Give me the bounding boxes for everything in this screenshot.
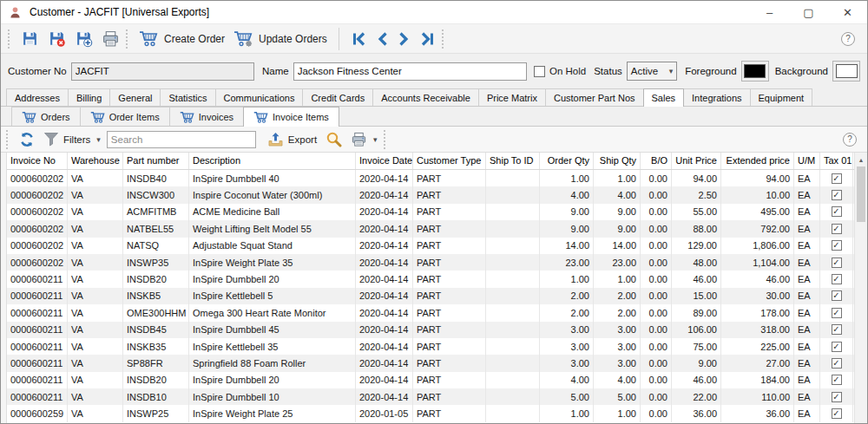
first-record-button[interactable]: [346, 29, 372, 49]
cell-order-qty: 1.00: [540, 405, 594, 421]
tab-equipment[interactable]: Equipment: [750, 88, 813, 106]
create-order-cart-icon: [139, 30, 160, 47]
table-row[interactable]: 0000600211VAINSKB5InSpire Kettlebell 520…: [7, 288, 854, 304]
cell-description: InSpire Kettlebell 5: [189, 288, 356, 304]
update-orders-button[interactable]: Update Orders: [229, 28, 332, 49]
table-row[interactable]: 0000600211VAINSDB20InSpire Dumbbell 2020…: [7, 271, 854, 287]
print-button[interactable]: [97, 27, 124, 50]
tab-customer-part-nos[interactable]: Customer Part Nos: [545, 88, 644, 106]
foreground-color-button[interactable]: [741, 61, 769, 82]
window-title: Customer - JACFIT [Universal Exports]: [30, 6, 209, 18]
subtab-orders[interactable]: Orders: [11, 107, 81, 126]
help-icon[interactable]: ?: [843, 133, 857, 147]
help-icon[interactable]: ?: [841, 32, 855, 46]
col-header-ship-qty[interactable]: Ship Qty: [594, 153, 641, 169]
cell-extended-price: 792.00: [721, 220, 794, 237]
cell-ship-to-id: [486, 186, 540, 203]
cell-ship-qty: 3.00: [594, 355, 641, 371]
export-button[interactable]: Export: [263, 129, 321, 150]
table-row[interactable]: 0000600259VAINSWP25InSpire Weight Plate …: [7, 405, 854, 421]
status-dropdown[interactable]: Active ▾: [627, 62, 677, 81]
tab-integrations[interactable]: Integrations: [683, 88, 750, 106]
minimize-button[interactable]: –: [750, 1, 789, 23]
tab-addresses[interactable]: Addresses: [6, 88, 69, 106]
subtab-invoices[interactable]: Invoices: [169, 107, 244, 126]
cell-customer-type: PART: [413, 372, 486, 388]
cell-unit-price: 94.00: [672, 170, 721, 186]
save-close-button[interactable]: [43, 27, 70, 50]
col-header-warehouse[interactable]: Warehouse: [68, 153, 123, 169]
col-header-b-o[interactable]: B/O: [641, 153, 672, 169]
col-header-customer-type[interactable]: Customer Type: [413, 153, 486, 169]
col-header-u-m[interactable]: U/M: [794, 153, 820, 169]
col-header-ship-to-id[interactable]: Ship To ID: [486, 153, 540, 169]
col-header-invoice-no[interactable]: Invoice No: [7, 153, 68, 169]
cell-invoice-date: 2020-04-14: [356, 355, 413, 371]
cell-ship-qty: 1.00: [594, 271, 641, 287]
cell-customer-type: PART: [413, 405, 486, 421]
last-record-button[interactable]: [415, 29, 440, 49]
cell-extended-price: 30.00: [721, 288, 794, 304]
cell-ship-to-id: [486, 288, 540, 304]
table-row[interactable]: 0000600202VAINSDB40InSpire Dumbbell 4020…: [7, 170, 854, 186]
tab-statistics[interactable]: Statistics: [160, 88, 215, 106]
cell-extended-price: 1,806.00: [721, 238, 794, 254]
col-header-extended-price[interactable]: Extended price: [721, 153, 794, 169]
tab-credit-cards[interactable]: Credit Cards: [302, 88, 373, 106]
tab-sales[interactable]: Sales: [643, 88, 685, 107]
table-row[interactable]: 0000600202VANATSQAdjustable Squat Stand2…: [7, 238, 854, 254]
create-order-button[interactable]: Create Order: [135, 28, 229, 49]
cell-part-number: NATBEL55: [123, 220, 189, 237]
subtab-invoice-items[interactable]: Invoice Items: [243, 107, 339, 127]
cell-unit-price: 2.50: [672, 186, 721, 203]
close-button[interactable]: ✕: [828, 1, 867, 23]
table-row[interactable]: 0000600202VANATBEL55Weight Lifting Belt …: [7, 220, 854, 237]
col-header-unit-price[interactable]: Unit Price: [672, 153, 721, 169]
save-new-button[interactable]: [70, 27, 97, 50]
maximize-button[interactable]: ▢: [789, 1, 828, 23]
cell-ship-qty: 2.00: [594, 304, 641, 321]
table-row[interactable]: 0000600202VAINSWP35InSpire Weight Plate …: [7, 254, 854, 271]
export-label: Export: [288, 134, 317, 145]
scroll-up-button[interactable]: ▲: [855, 153, 867, 166]
table-row[interactable]: 0000600211VAINSDB20InSpire Dumbbell 2020…: [7, 372, 854, 388]
zoom-search-button[interactable]: [321, 128, 346, 150]
save-button[interactable]: [16, 27, 43, 50]
cell-warehouse: VA: [68, 288, 123, 304]
table-row[interactable]: 0000600211VAOME300HHMOmega 300 Heart Rat…: [7, 304, 854, 321]
tab-billing[interactable]: Billing: [68, 88, 110, 106]
subtab-order-items[interactable]: Order Items: [80, 107, 170, 126]
table-row[interactable]: 0000600202VAINSCW300Inspire Coconut Wate…: [7, 186, 854, 203]
search-input[interactable]: [107, 131, 256, 148]
table-row[interactable]: 0000600202VAACMFITMBACME Medicine Ball20…: [7, 204, 854, 220]
print-list-button[interactable]: ▾: [346, 128, 382, 150]
cell-u-m: EA: [794, 254, 820, 271]
tab-price-matrix[interactable]: Price Matrix: [478, 88, 546, 106]
on-hold-checkbox[interactable]: [534, 66, 545, 77]
status-label: Status: [594, 66, 622, 76]
table-row[interactable]: 0000600211VASP88FRSpringfield 88 Foam Ro…: [7, 355, 854, 371]
tab-accounts-receivable[interactable]: Accounts Receivable: [372, 88, 479, 106]
col-header-tax-01[interactable]: Tax 01: [820, 153, 853, 169]
table-row[interactable]: 0000600211VAINSDB10InSpire Dumbbell 1020…: [7, 388, 854, 405]
col-header-description[interactable]: Description: [189, 153, 356, 169]
filters-button[interactable]: Filters ▾: [39, 129, 105, 149]
scrollbar-thumb[interactable]: [857, 166, 865, 222]
refresh-button[interactable]: [15, 129, 39, 150]
background-color-button[interactable]: [832, 61, 860, 82]
col-header-part-number[interactable]: Part number: [123, 153, 189, 169]
next-record-button[interactable]: [393, 29, 415, 49]
name-field[interactable]: [293, 62, 527, 81]
table-row[interactable]: 0000600211VAINSDB45InSpire Dumbbell 4520…: [7, 322, 854, 338]
tab-general[interactable]: General: [109, 88, 161, 106]
tab-communications[interactable]: Communications: [215, 88, 304, 106]
col-header-invoice-date[interactable]: Invoice Date: [356, 153, 413, 169]
customer-no-field[interactable]: [71, 62, 254, 81]
col-header-order-qty[interactable]: Order Qty: [540, 153, 594, 169]
cell-order-qty: 3.00: [540, 355, 594, 371]
cell-unit-price: 15.00: [672, 288, 721, 304]
table-row[interactable]: 0000600211VAINSKB35InSpire Kettlebell 35…: [7, 338, 854, 355]
vertical-scrollbar[interactable]: ▲: [854, 153, 867, 423]
previous-record-button[interactable]: [372, 29, 393, 49]
cell-unit-price: 75.00: [672, 338, 721, 355]
